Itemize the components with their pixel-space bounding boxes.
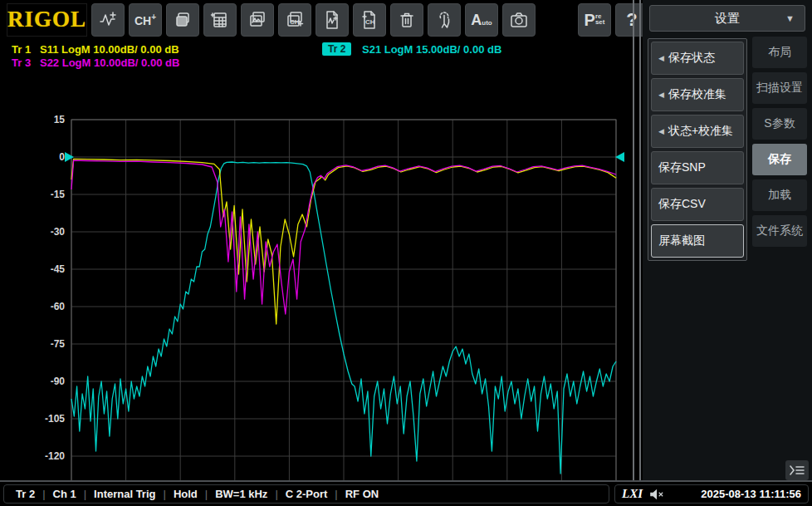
camera-icon xyxy=(509,10,529,30)
tab-sweep-settings[interactable]: 扫描设置 xyxy=(752,72,807,104)
status-active-trace[interactable]: Tr 2 xyxy=(16,488,35,500)
window-trace-icon xyxy=(247,10,267,30)
save-calset-button[interactable]: ◀保存校准集 xyxy=(651,78,744,111)
svg-text:-45: -45 xyxy=(51,263,66,275)
left-arrow-icon: ◀ xyxy=(658,127,664,135)
tab-load[interactable]: 加载 xyxy=(752,179,807,211)
rigol-logo: RIGOL xyxy=(7,3,87,37)
status-sweep-state[interactable]: Hold xyxy=(174,488,198,500)
file-trace-icon xyxy=(322,10,342,30)
svg-text:-60: -60 xyxy=(51,301,66,312)
panel-divider-right[interactable] xyxy=(639,0,641,480)
auto-icon: Auto xyxy=(471,12,492,27)
preset-icon: P reset xyxy=(585,12,605,28)
status-calibration[interactable]: C 2-Port xyxy=(286,488,328,500)
status-if-bandwidth[interactable]: BW=1 kHz xyxy=(215,488,267,500)
auto-scale-button[interactable]: Auto xyxy=(465,3,498,37)
window-layers-icon xyxy=(173,10,193,30)
left-arrow-icon: ◀ xyxy=(658,54,664,62)
settings-sidebar: 设置 ▼ ◀保存状态 ◀保存校准集 ◀状态+校准集 保存SNP 保存CSV 屏幕… xyxy=(643,0,812,480)
svg-text:-30: -30 xyxy=(51,226,66,238)
tab-layout[interactable]: 布局 xyxy=(752,37,807,68)
table-list-icon xyxy=(210,10,230,30)
svg-text:CH: CH xyxy=(365,18,375,26)
delete-button[interactable] xyxy=(390,3,423,37)
file-channel-icon: CH xyxy=(360,10,379,30)
window-layout-button[interactable] xyxy=(166,3,199,37)
status-trigger[interactable]: Internal Trig xyxy=(94,488,155,500)
add-channel-button[interactable]: CH+ xyxy=(129,3,162,37)
touch-hand-icon xyxy=(434,10,454,30)
panel-divider-left xyxy=(633,0,634,480)
tab-s-parameters[interactable]: S参数 xyxy=(752,108,807,140)
channel-table-button[interactable] xyxy=(203,3,237,37)
datetime-display: 2025-08-13 11:11:56 xyxy=(701,488,801,500)
preset-button[interactable]: P reset xyxy=(578,3,611,37)
screen-capture-button[interactable]: 屏幕截图 xyxy=(651,224,744,258)
save-snp-button[interactable]: 保存SNP xyxy=(651,151,744,184)
trace1-annotation[interactable]: Tr 1 S11 LogM 10.00dB/ 0.00 dB xyxy=(12,43,179,56)
chevron-down-icon: ▼ xyxy=(785,13,795,23)
svg-text:0: 0 xyxy=(59,151,65,163)
save-submenu: ◀保存状态 ◀保存校准集 ◀状态+校准集 保存SNP 保存CSV 屏幕截图 xyxy=(648,38,747,261)
graph-area: Tr 1 S11 LogM 10.00dB/ 0.00 dB Tr 3 S22 … xyxy=(0,39,633,480)
save-channel-file-button[interactable]: CH xyxy=(353,3,386,37)
window-channel-icon: CH xyxy=(285,10,305,30)
trace2-active-badge[interactable]: Tr 2 xyxy=(322,42,351,56)
add-trace-button[interactable] xyxy=(91,3,125,37)
svg-text:-105: -105 xyxy=(45,413,65,425)
prompt-menu-icon xyxy=(789,464,805,477)
touch-button[interactable] xyxy=(428,3,461,37)
settings-menu-title: 设置 xyxy=(715,11,740,27)
status-bar: Tr 2| Ch 1| Internal Trig| Hold| BW=1 kH… xyxy=(0,480,812,506)
svg-text:15: 15 xyxy=(54,114,66,125)
left-arrow-icon: ◀ xyxy=(658,91,664,99)
trace-wave-icon xyxy=(98,10,118,30)
settings-tabs: 布局 扫描设置 S参数 保存 加载 文件系统 xyxy=(752,37,807,247)
svg-text:-15: -15 xyxy=(51,189,66,200)
trace2-annotation[interactable]: S21 LogM 15.00dB/ 0.00 dB xyxy=(362,43,501,56)
status-active-channel[interactable]: Ch 1 xyxy=(53,488,76,500)
status-system-area: LXI 2025-08-13 11:11:56 xyxy=(614,484,809,504)
channel-add-icon: CH+ xyxy=(135,13,156,27)
status-message-area: Tr 2| Ch 1| Internal Trig| Hold| BW=1 kH… xyxy=(3,484,609,504)
hide-menu-button[interactable] xyxy=(785,460,809,480)
screenshot-button[interactable] xyxy=(502,3,536,37)
save-trace-file-button[interactable] xyxy=(316,3,349,37)
status-rf-state[interactable]: RF ON xyxy=(345,488,379,500)
svg-text:-90: -90 xyxy=(51,376,66,387)
save-csv-button[interactable]: 保存CSV xyxy=(651,188,744,221)
save-state-button[interactable]: ◀保存状态 xyxy=(651,42,744,75)
lxi-logo[interactable]: LXI xyxy=(622,487,643,501)
trash-icon xyxy=(397,10,417,30)
speaker-muted-icon[interactable] xyxy=(649,489,664,500)
svg-text:-75: -75 xyxy=(51,338,66,350)
tab-save[interactable]: 保存 xyxy=(752,144,807,175)
trace3-annotation[interactable]: Tr 3 S22 LogM 10.00dB/ 0.00 dB xyxy=(12,56,179,69)
trace-window-button[interactable] xyxy=(241,3,274,37)
svg-text:-120: -120 xyxy=(45,450,65,462)
settings-menu-dropdown[interactable]: 设置 ▼ xyxy=(649,5,805,32)
toolbar: RIGOL CH+ CH xyxy=(0,0,633,39)
sparameter-plot[interactable]: 150-15-30-45-60-75-90-105-120-135 xyxy=(0,114,633,499)
svg-text:CH: CH xyxy=(290,17,300,25)
tab-file-system[interactable]: 文件系统 xyxy=(752,215,807,247)
channel-window-button[interactable]: CH xyxy=(278,3,311,37)
state-plus-calset-button[interactable]: ◀状态+校准集 xyxy=(651,115,744,148)
